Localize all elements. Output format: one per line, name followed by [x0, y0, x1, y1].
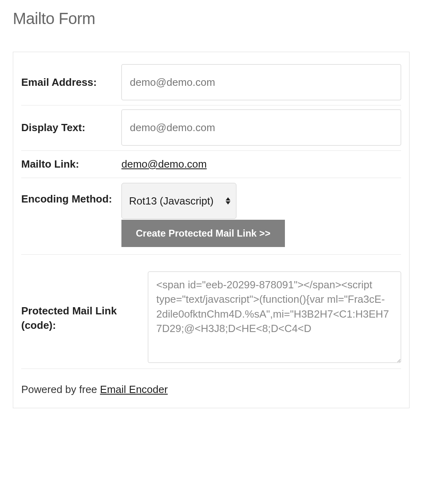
- encoding-row: Encoding Method: Rot13 (Javascript) Crea…: [21, 178, 401, 255]
- protected-code-label: Protected Mail Link (code):: [21, 304, 148, 333]
- encoding-label: Encoding Method:: [21, 183, 121, 206]
- email-row: Email Address:: [21, 60, 401, 105]
- email-label: Email Address:: [21, 76, 121, 89]
- mailto-link[interactable]: demo@demo.com: [121, 158, 207, 170]
- encoding-select-value: Rot13 (Javascript): [129, 195, 229, 207]
- mailto-link-label: Mailto Link:: [21, 158, 121, 170]
- mailto-form-card: Email Address: Display Text: Mailto Link…: [13, 52, 410, 408]
- page-title: Mailto Form: [13, 10, 435, 28]
- create-protected-link-button[interactable]: Create Protected Mail Link >>: [121, 220, 285, 247]
- select-arrows-icon: [226, 197, 230, 205]
- display-text-label: Display Text:: [21, 122, 121, 134]
- display-text-input[interactable]: [121, 109, 401, 146]
- protected-code-row: Protected Mail Link (code): <span id="ee…: [21, 255, 401, 369]
- display-text-row: Display Text:: [21, 105, 401, 151]
- mailto-link-row: Mailto Link: demo@demo.com: [21, 151, 401, 178]
- footer-text: Powered by free: [21, 383, 100, 395]
- encoding-select[interactable]: Rot13 (Javascript): [121, 183, 236, 219]
- protected-code-textarea[interactable]: <span id="eeb-20299-878091"></span><scri…: [148, 271, 401, 363]
- email-encoder-link[interactable]: Email Encoder: [100, 383, 168, 395]
- email-input[interactable]: [121, 64, 401, 100]
- footer: Powered by free Email Encoder: [21, 369, 401, 396]
